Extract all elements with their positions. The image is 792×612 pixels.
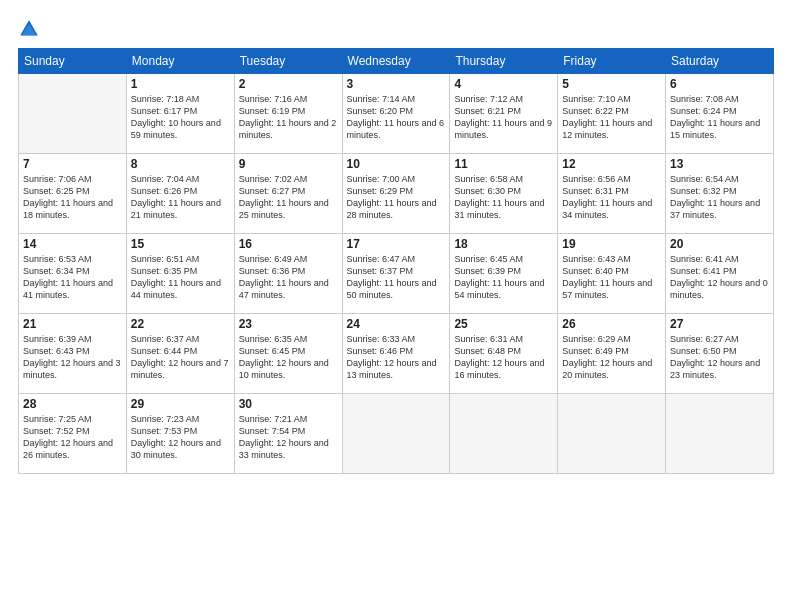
calendar: SundayMondayTuesdayWednesdayThursdayFrid… bbox=[18, 48, 774, 474]
calendar-week-row: 14Sunrise: 6:53 AMSunset: 6:34 PMDayligh… bbox=[19, 234, 774, 314]
day-number: 11 bbox=[454, 157, 553, 171]
day-number: 23 bbox=[239, 317, 338, 331]
day-info: Sunrise: 6:53 AMSunset: 6:34 PMDaylight:… bbox=[23, 253, 122, 302]
weekday-header: Saturday bbox=[666, 49, 774, 74]
calendar-cell: 11Sunrise: 6:58 AMSunset: 6:30 PMDayligh… bbox=[450, 154, 558, 234]
day-number: 14 bbox=[23, 237, 122, 251]
calendar-cell: 19Sunrise: 6:43 AMSunset: 6:40 PMDayligh… bbox=[558, 234, 666, 314]
weekday-header: Thursday bbox=[450, 49, 558, 74]
day-number: 28 bbox=[23, 397, 122, 411]
day-number: 10 bbox=[347, 157, 446, 171]
weekday-header: Wednesday bbox=[342, 49, 450, 74]
calendar-cell: 14Sunrise: 6:53 AMSunset: 6:34 PMDayligh… bbox=[19, 234, 127, 314]
day-info: Sunrise: 6:41 AMSunset: 6:41 PMDaylight:… bbox=[670, 253, 769, 302]
day-number: 5 bbox=[562, 77, 661, 91]
calendar-cell: 17Sunrise: 6:47 AMSunset: 6:37 PMDayligh… bbox=[342, 234, 450, 314]
weekday-header: Tuesday bbox=[234, 49, 342, 74]
day-number: 4 bbox=[454, 77, 553, 91]
weekday-row: SundayMondayTuesdayWednesdayThursdayFrid… bbox=[19, 49, 774, 74]
calendar-header: SundayMondayTuesdayWednesdayThursdayFrid… bbox=[19, 49, 774, 74]
day-info: Sunrise: 6:39 AMSunset: 6:43 PMDaylight:… bbox=[23, 333, 122, 382]
day-info: Sunrise: 7:12 AMSunset: 6:21 PMDaylight:… bbox=[454, 93, 553, 142]
day-info: Sunrise: 7:14 AMSunset: 6:20 PMDaylight:… bbox=[347, 93, 446, 142]
calendar-cell: 20Sunrise: 6:41 AMSunset: 6:41 PMDayligh… bbox=[666, 234, 774, 314]
calendar-week-row: 7Sunrise: 7:06 AMSunset: 6:25 PMDaylight… bbox=[19, 154, 774, 234]
calendar-cell: 25Sunrise: 6:31 AMSunset: 6:48 PMDayligh… bbox=[450, 314, 558, 394]
day-number: 8 bbox=[131, 157, 230, 171]
day-number: 17 bbox=[347, 237, 446, 251]
logo-icon bbox=[18, 18, 40, 40]
calendar-cell: 4Sunrise: 7:12 AMSunset: 6:21 PMDaylight… bbox=[450, 74, 558, 154]
calendar-cell bbox=[558, 394, 666, 474]
day-number: 30 bbox=[239, 397, 338, 411]
day-info: Sunrise: 7:02 AMSunset: 6:27 PMDaylight:… bbox=[239, 173, 338, 222]
day-number: 29 bbox=[131, 397, 230, 411]
calendar-cell: 9Sunrise: 7:02 AMSunset: 6:27 PMDaylight… bbox=[234, 154, 342, 234]
calendar-cell: 21Sunrise: 6:39 AMSunset: 6:43 PMDayligh… bbox=[19, 314, 127, 394]
day-info: Sunrise: 6:31 AMSunset: 6:48 PMDaylight:… bbox=[454, 333, 553, 382]
day-number: 13 bbox=[670, 157, 769, 171]
calendar-cell: 6Sunrise: 7:08 AMSunset: 6:24 PMDaylight… bbox=[666, 74, 774, 154]
calendar-cell: 26Sunrise: 6:29 AMSunset: 6:49 PMDayligh… bbox=[558, 314, 666, 394]
calendar-body: 1Sunrise: 7:18 AMSunset: 6:17 PMDaylight… bbox=[19, 74, 774, 474]
day-number: 27 bbox=[670, 317, 769, 331]
day-number: 15 bbox=[131, 237, 230, 251]
day-number: 2 bbox=[239, 77, 338, 91]
calendar-week-row: 28Sunrise: 7:25 AMSunset: 7:52 PMDayligh… bbox=[19, 394, 774, 474]
day-number: 19 bbox=[562, 237, 661, 251]
day-info: Sunrise: 7:21 AMSunset: 7:54 PMDaylight:… bbox=[239, 413, 338, 462]
calendar-cell: 3Sunrise: 7:14 AMSunset: 6:20 PMDaylight… bbox=[342, 74, 450, 154]
calendar-cell: 8Sunrise: 7:04 AMSunset: 6:26 PMDaylight… bbox=[126, 154, 234, 234]
calendar-week-row: 1Sunrise: 7:18 AMSunset: 6:17 PMDaylight… bbox=[19, 74, 774, 154]
calendar-cell: 16Sunrise: 6:49 AMSunset: 6:36 PMDayligh… bbox=[234, 234, 342, 314]
day-number: 24 bbox=[347, 317, 446, 331]
calendar-cell: 28Sunrise: 7:25 AMSunset: 7:52 PMDayligh… bbox=[19, 394, 127, 474]
day-info: Sunrise: 6:51 AMSunset: 6:35 PMDaylight:… bbox=[131, 253, 230, 302]
day-info: Sunrise: 6:54 AMSunset: 6:32 PMDaylight:… bbox=[670, 173, 769, 222]
day-number: 26 bbox=[562, 317, 661, 331]
day-number: 16 bbox=[239, 237, 338, 251]
calendar-cell: 22Sunrise: 6:37 AMSunset: 6:44 PMDayligh… bbox=[126, 314, 234, 394]
page: SundayMondayTuesdayWednesdayThursdayFrid… bbox=[0, 0, 792, 612]
day-info: Sunrise: 6:29 AMSunset: 6:49 PMDaylight:… bbox=[562, 333, 661, 382]
day-info: Sunrise: 7:23 AMSunset: 7:53 PMDaylight:… bbox=[131, 413, 230, 462]
day-info: Sunrise: 6:45 AMSunset: 6:39 PMDaylight:… bbox=[454, 253, 553, 302]
day-info: Sunrise: 6:35 AMSunset: 6:45 PMDaylight:… bbox=[239, 333, 338, 382]
calendar-cell bbox=[19, 74, 127, 154]
calendar-cell: 5Sunrise: 7:10 AMSunset: 6:22 PMDaylight… bbox=[558, 74, 666, 154]
calendar-cell bbox=[450, 394, 558, 474]
day-info: Sunrise: 6:58 AMSunset: 6:30 PMDaylight:… bbox=[454, 173, 553, 222]
day-info: Sunrise: 7:04 AMSunset: 6:26 PMDaylight:… bbox=[131, 173, 230, 222]
weekday-header: Sunday bbox=[19, 49, 127, 74]
calendar-cell: 24Sunrise: 6:33 AMSunset: 6:46 PMDayligh… bbox=[342, 314, 450, 394]
weekday-header: Friday bbox=[558, 49, 666, 74]
calendar-week-row: 21Sunrise: 6:39 AMSunset: 6:43 PMDayligh… bbox=[19, 314, 774, 394]
header bbox=[18, 18, 774, 40]
day-info: Sunrise: 7:00 AMSunset: 6:29 PMDaylight:… bbox=[347, 173, 446, 222]
calendar-cell: 2Sunrise: 7:16 AMSunset: 6:19 PMDaylight… bbox=[234, 74, 342, 154]
day-info: Sunrise: 7:06 AMSunset: 6:25 PMDaylight:… bbox=[23, 173, 122, 222]
day-number: 1 bbox=[131, 77, 230, 91]
day-number: 3 bbox=[347, 77, 446, 91]
calendar-cell: 13Sunrise: 6:54 AMSunset: 6:32 PMDayligh… bbox=[666, 154, 774, 234]
weekday-header: Monday bbox=[126, 49, 234, 74]
calendar-cell: 12Sunrise: 6:56 AMSunset: 6:31 PMDayligh… bbox=[558, 154, 666, 234]
day-number: 7 bbox=[23, 157, 122, 171]
day-info: Sunrise: 7:16 AMSunset: 6:19 PMDaylight:… bbox=[239, 93, 338, 142]
calendar-cell: 27Sunrise: 6:27 AMSunset: 6:50 PMDayligh… bbox=[666, 314, 774, 394]
day-number: 9 bbox=[239, 157, 338, 171]
day-number: 20 bbox=[670, 237, 769, 251]
day-info: Sunrise: 6:43 AMSunset: 6:40 PMDaylight:… bbox=[562, 253, 661, 302]
logo bbox=[18, 18, 42, 40]
day-number: 22 bbox=[131, 317, 230, 331]
day-info: Sunrise: 7:10 AMSunset: 6:22 PMDaylight:… bbox=[562, 93, 661, 142]
day-info: Sunrise: 7:18 AMSunset: 6:17 PMDaylight:… bbox=[131, 93, 230, 142]
day-number: 6 bbox=[670, 77, 769, 91]
day-info: Sunrise: 6:49 AMSunset: 6:36 PMDaylight:… bbox=[239, 253, 338, 302]
day-info: Sunrise: 6:47 AMSunset: 6:37 PMDaylight:… bbox=[347, 253, 446, 302]
calendar-cell: 15Sunrise: 6:51 AMSunset: 6:35 PMDayligh… bbox=[126, 234, 234, 314]
calendar-cell: 18Sunrise: 6:45 AMSunset: 6:39 PMDayligh… bbox=[450, 234, 558, 314]
calendar-cell: 29Sunrise: 7:23 AMSunset: 7:53 PMDayligh… bbox=[126, 394, 234, 474]
calendar-cell bbox=[342, 394, 450, 474]
day-info: Sunrise: 7:25 AMSunset: 7:52 PMDaylight:… bbox=[23, 413, 122, 462]
